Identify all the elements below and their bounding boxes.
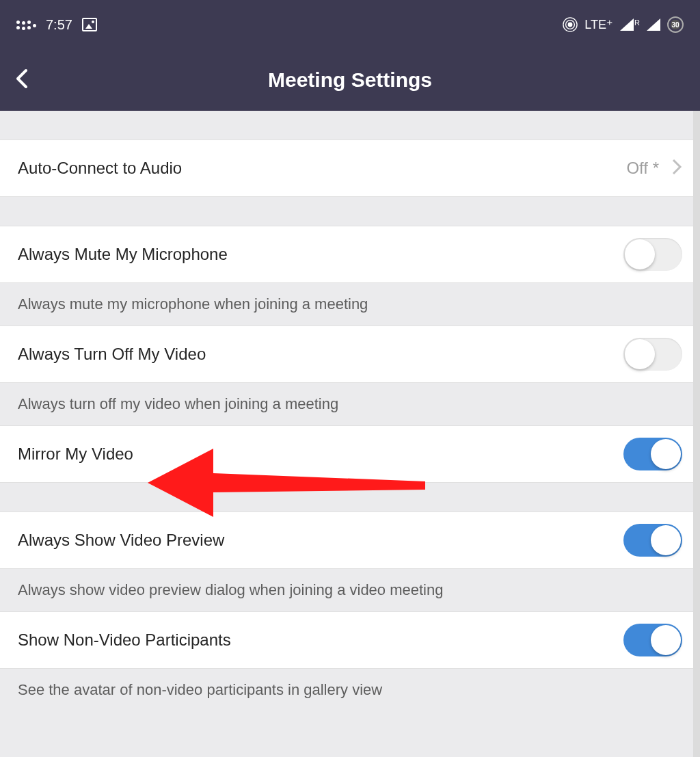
setting-label: Always Turn Off My Video (18, 345, 206, 364)
page-title: Meeting Settings (268, 68, 432, 92)
toggle-knob (625, 239, 655, 269)
setting-description: Always mute my microphone when joining a… (0, 283, 700, 326)
toggle-knob (651, 525, 681, 555)
setting-label: Mirror My Video (18, 444, 133, 464)
status-right: LTE⁺ R 30 (563, 16, 684, 33)
status-bar: 7:57 LTE⁺ R 30 (0, 0, 700, 49)
toggle-knob (625, 339, 655, 369)
status-time: 7:57 (46, 17, 72, 33)
setting-video-preview[interactable]: Always Show Video Preview (0, 512, 700, 569)
scrollbar[interactable] (693, 111, 700, 757)
blackberry-icon (16, 19, 36, 30)
toggle-knob (651, 625, 681, 655)
network-label: LTE⁺ (584, 17, 613, 32)
toggle-turn-off-video[interactable] (623, 338, 682, 371)
setting-value: Off * (626, 159, 659, 178)
signal-icon-2 (647, 18, 660, 31)
toggle-mirror-video[interactable] (623, 438, 682, 470)
svg-point-0 (569, 23, 573, 27)
settings-content: Auto-Connect to Audio Off * Always Mute … (0, 111, 700, 711)
setting-description: Always show video preview dialog when jo… (0, 569, 700, 611)
toggle-non-video-participants[interactable] (623, 624, 682, 656)
battery-icon: 30 (667, 16, 684, 33)
setting-turn-off-video[interactable]: Always Turn Off My Video (0, 326, 700, 383)
back-button[interactable] (14, 68, 30, 92)
photo-icon (82, 18, 97, 31)
setting-mirror-video[interactable]: Mirror My Video (0, 425, 700, 483)
spacer (0, 197, 700, 226)
setting-label: Auto-Connect to Audio (18, 159, 182, 178)
setting-value-area: Off * (626, 158, 682, 178)
setting-non-video-participants[interactable]: Show Non-Video Participants (0, 611, 700, 669)
app-header: Meeting Settings (0, 49, 700, 111)
spacer (0, 483, 700, 512)
setting-description: Always turn off my video when joining a … (0, 383, 700, 425)
chevron-right-icon (671, 158, 682, 178)
setting-label: Always Show Video Preview (18, 531, 224, 550)
toggle-mute-microphone[interactable] (623, 238, 682, 271)
setting-label: Show Non-Video Participants (18, 630, 231, 650)
status-left: 7:57 (16, 17, 97, 33)
setting-description: See the avatar of non-video participants… (0, 669, 700, 711)
signal-icon-1: R (620, 18, 640, 31)
spacer (0, 111, 700, 140)
hotspot-icon (563, 17, 578, 32)
toggle-video-preview[interactable] (623, 524, 682, 557)
setting-label: Always Mute My Microphone (18, 245, 228, 264)
setting-mute-microphone[interactable]: Always Mute My Microphone (0, 226, 700, 283)
toggle-knob (651, 439, 681, 469)
setting-auto-connect-audio[interactable]: Auto-Connect to Audio Off * (0, 140, 700, 197)
